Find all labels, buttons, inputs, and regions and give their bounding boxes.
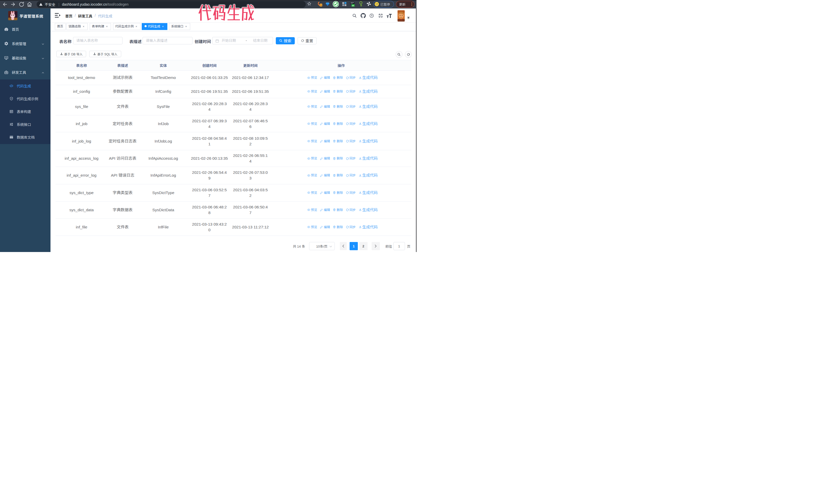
svg-text:1: 1: [320, 4, 322, 6]
svg-text:on: on: [352, 5, 354, 6]
